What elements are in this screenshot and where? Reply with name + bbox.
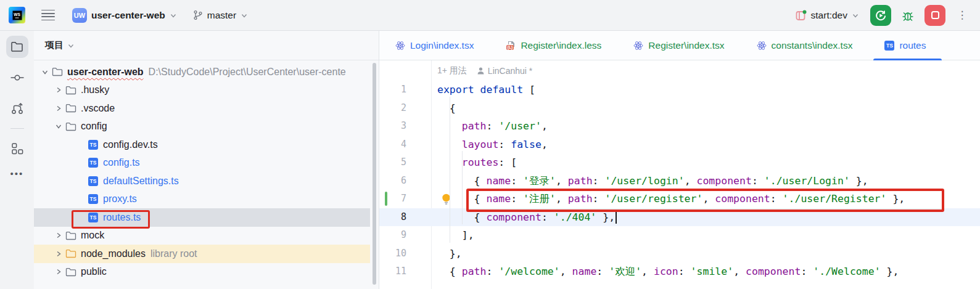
- folder-icon: [65, 104, 76, 113]
- tree-item-defaultSettings.ts[interactable]: TSdefaultSettings.ts: [34, 172, 379, 190]
- tab-label: Login\index.tsx: [410, 40, 474, 51]
- react-icon: [633, 41, 643, 51]
- line-number: 8: [379, 208, 406, 227]
- typescript-file-icon: TS: [88, 158, 98, 168]
- code-line-3[interactable]: 3 path: '/user',: [379, 117, 980, 136]
- editor-tab-register-index-less[interactable]: (L)Register\index.less: [490, 31, 617, 60]
- code-line-5[interactable]: 5 routes: [: [379, 153, 980, 172]
- tree-toggle[interactable]: [52, 102, 65, 115]
- tree-item-config.ts[interactable]: TSconfig.ts: [34, 154, 379, 173]
- main-toolbar: WS UW user-center-web master start:dev: [0, 0, 980, 31]
- typescript-file-icon: TS: [884, 41, 894, 51]
- chevron-right-icon: [55, 268, 62, 275]
- vcs-tool-button[interactable]: [6, 97, 28, 120]
- tree-toggle[interactable]: [52, 266, 65, 278]
- tree-item-label: public: [81, 266, 107, 277]
- project-widget[interactable]: UW user-center-web: [67, 5, 182, 26]
- project-name: user-center-web: [91, 10, 165, 21]
- tree-item-label: node_modules: [81, 248, 146, 259]
- code-line-9[interactable]: 9 ],: [379, 226, 980, 245]
- chevron-down-icon: [852, 12, 859, 19]
- tree-item-label: user-center-web: [67, 67, 144, 78]
- code-line-2[interactable]: 2 {: [379, 99, 980, 118]
- typescript-file-icon: TS: [88, 213, 98, 222]
- chevron-down-icon: [170, 12, 177, 19]
- more-tool-windows-button[interactable]: •••: [10, 168, 24, 179]
- tree-item-label: .husky: [81, 84, 109, 96]
- folder-icon: [52, 67, 63, 76]
- tree-toggle[interactable]: [52, 84, 65, 96]
- run-config-name: start:dev: [811, 10, 847, 21]
- tree-item-public[interactable]: public: [34, 263, 379, 282]
- tree-item-label: defaultSettings.ts: [103, 176, 179, 187]
- tree-item-label: config: [81, 121, 107, 132]
- stop-button[interactable]: [924, 5, 945, 26]
- branch-icon: [193, 10, 203, 20]
- tab-label: routes: [899, 40, 926, 51]
- chevron-down-icon: [41, 68, 49, 76]
- editor-tab-login-index-tsx[interactable]: Login\index.tsx: [379, 31, 490, 60]
- kebab-icon: ⋮: [956, 14, 968, 17]
- indent-guide: [462, 151, 463, 224]
- indent-guide: [450, 97, 450, 243]
- tree-item-.vscode[interactable]: .vscode: [34, 99, 379, 118]
- project-panel-header[interactable]: 项目: [34, 31, 379, 60]
- tree-toggle[interactable]: [52, 248, 65, 260]
- folder-icon: [65, 231, 76, 240]
- editor-tab-routes[interactable]: TSroutes: [868, 31, 942, 60]
- tree-item-user-center-web[interactable]: user-center-webD:\StudyCode\Project\User…: [34, 63, 379, 81]
- project-avatar: UW: [72, 8, 87, 23]
- project-tool-button[interactable]: [6, 36, 28, 58]
- folder-icon: [65, 122, 76, 131]
- main-menu-button[interactable]: [41, 10, 55, 21]
- more-actions-button[interactable]: ⋮: [952, 5, 973, 26]
- folder-icon: [65, 267, 76, 277]
- tree-item-mock[interactable]: mock: [34, 227, 379, 245]
- code-line-1[interactable]: 1export default [: [379, 81, 980, 99]
- tree-toggle[interactable]: [39, 66, 51, 78]
- branch-widget[interactable]: master: [188, 7, 253, 24]
- tree-item-proxy.ts[interactable]: TSproxy.ts: [34, 190, 379, 209]
- git-graph-icon: [10, 101, 25, 116]
- chevron-right-icon: [55, 86, 62, 94]
- run-configuration-widget[interactable]: start:dev: [791, 7, 864, 24]
- editor-tab-bar: Login\index.tsx(L)Register\index.lessReg…: [379, 31, 980, 60]
- tree-item-.husky[interactable]: .husky: [34, 81, 379, 100]
- run-config-icon: [796, 10, 807, 21]
- rerun-button[interactable]: [870, 5, 891, 26]
- svg-text:(L): (L): [508, 45, 513, 50]
- code-line-10[interactable]: 10 },: [379, 245, 980, 263]
- typescript-file-icon: TS: [88, 194, 98, 204]
- line-number: 4: [379, 136, 406, 154]
- structure-tool-button[interactable]: [6, 137, 28, 160]
- debug-button[interactable]: [897, 5, 918, 26]
- tool-window-bar: •••: [0, 31, 34, 289]
- usages-hint[interactable]: 1+ 用法: [437, 65, 467, 76]
- line-number: 3: [379, 117, 406, 136]
- project-tree: user-center-webD:\StudyCode\Project\User…: [34, 60, 379, 281]
- tree-item-routes.ts[interactable]: TSroutes.ts: [34, 208, 379, 227]
- tree-item-config[interactable]: config: [34, 118, 379, 136]
- code-editor[interactable]: 1+ 用法 LinCanhui * 1export default [2 {3 …: [379, 60, 980, 289]
- webstorm-logo-icon: WS: [9, 7, 25, 23]
- tree-toggle[interactable]: [52, 229, 65, 242]
- code-line-4[interactable]: 4 layout: false,: [379, 136, 980, 154]
- tree-item-label: .vscode: [81, 103, 115, 114]
- code-line-8[interactable]: 8 { component: './404' },: [379, 208, 980, 227]
- code-line-7[interactable]: 7 { name: '注册', path: '/user/register', …: [379, 190, 980, 208]
- tree-item-node_modules[interactable]: node_moduleslibrary root: [34, 245, 379, 263]
- tree-item-config.dev.ts[interactable]: TSconfig.dev.ts: [34, 136, 379, 154]
- code-line-11[interactable]: 11 { path: '/welcome', name: '欢迎', icon:…: [379, 263, 980, 281]
- text-caret: [616, 210, 617, 224]
- tree-toggle[interactable]: [52, 120, 65, 132]
- structure-icon: [10, 142, 24, 155]
- panel-scrollbar[interactable]: [373, 63, 376, 285]
- editor-tab-register-index-tsx[interactable]: Register\index.tsx: [617, 31, 740, 60]
- tab-label: Register\index.less: [521, 40, 601, 51]
- bug-icon: [901, 9, 915, 22]
- author-hint[interactable]: LinCanhui *: [477, 66, 532, 76]
- commit-tool-button[interactable]: [6, 67, 28, 89]
- editor-tab-constants-index-tsx[interactable]: constants\index.tsx: [741, 31, 869, 60]
- code-line-6[interactable]: 6 { name: '登录', path: '/user/login', com…: [379, 172, 980, 190]
- tree-item-label: config.ts: [103, 157, 140, 168]
